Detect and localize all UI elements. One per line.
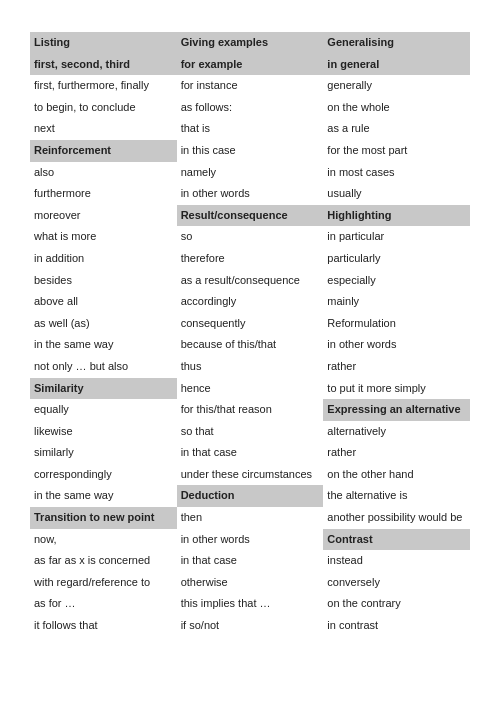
- cell-r21-c2: another possibility would be: [323, 507, 470, 529]
- cell-r19-c1: under these circumstances: [177, 464, 324, 486]
- cell-r7-c0: moreover: [30, 205, 177, 227]
- cell-r17-c0: likewise: [30, 421, 177, 443]
- cell-r5-c2: in most cases: [323, 162, 470, 184]
- cell-r6-c1: in other words: [177, 183, 324, 205]
- cell-r19-c2: on the other hand: [323, 464, 470, 486]
- page: ListingGiving examplesGeneralisingfirst,…: [0, 0, 500, 657]
- cell-r0-c0: first, second, third: [30, 54, 177, 76]
- cell-r12-c0: as well (as): [30, 313, 177, 335]
- cell-r12-c2: Reformulation: [323, 313, 470, 335]
- cell-r8-c2: in particular: [323, 226, 470, 248]
- cell-r10-c2: especially: [323, 270, 470, 292]
- cell-r23-c2: instead: [323, 550, 470, 572]
- cell-r0-c1: for example: [177, 54, 324, 76]
- col-header-0: Listing: [30, 32, 177, 54]
- cell-r10-c1: as a result/consequence: [177, 270, 324, 292]
- cell-r24-c1: otherwise: [177, 572, 324, 594]
- cell-r20-c0: in the same way: [30, 485, 177, 507]
- cell-r4-c2: for the most part: [323, 140, 470, 162]
- cell-r24-c0: with regard/reference to: [30, 572, 177, 594]
- cell-r2-c0: to begin, to conclude: [30, 97, 177, 119]
- cell-r9-c2: particularly: [323, 248, 470, 270]
- cell-r16-c1: for this/that reason: [177, 399, 324, 421]
- cell-r7-c2: Highlighting: [323, 205, 470, 227]
- cell-r8-c1: so: [177, 226, 324, 248]
- cell-r7-c1: Result/consequence: [177, 205, 324, 227]
- cell-r1-c2: generally: [323, 75, 470, 97]
- cell-r3-c1: that is: [177, 118, 324, 140]
- cell-r14-c0: not only … but also: [30, 356, 177, 378]
- cell-r1-c1: for instance: [177, 75, 324, 97]
- cell-r6-c0: furthermore: [30, 183, 177, 205]
- cell-r18-c2: rather: [323, 442, 470, 464]
- cell-r26-c0: it follows that: [30, 615, 177, 637]
- cell-r13-c0: in the same way: [30, 334, 177, 356]
- cell-r4-c0: Reinforcement: [30, 140, 177, 162]
- cell-r11-c2: mainly: [323, 291, 470, 313]
- cell-r9-c1: therefore: [177, 248, 324, 270]
- cell-r2-c2: on the whole: [323, 97, 470, 119]
- cell-r4-c1: in this case: [177, 140, 324, 162]
- cell-r13-c1: because of this/that: [177, 334, 324, 356]
- cell-r20-c2: the alternative is: [323, 485, 470, 507]
- cell-r15-c2: to put it more simply: [323, 378, 470, 400]
- cell-r15-c1: hence: [177, 378, 324, 400]
- cell-r23-c1: in that case: [177, 550, 324, 572]
- cell-r17-c2: alternatively: [323, 421, 470, 443]
- cell-r22-c1: in other words: [177, 529, 324, 551]
- cell-r21-c0: Transition to new point: [30, 507, 177, 529]
- cell-r24-c2: conversely: [323, 572, 470, 594]
- cell-r26-c2: in contrast: [323, 615, 470, 637]
- cell-r11-c0: above all: [30, 291, 177, 313]
- cell-r19-c0: correspondingly: [30, 464, 177, 486]
- col-header-1: Giving examples: [177, 32, 324, 54]
- cell-r18-c1: in that case: [177, 442, 324, 464]
- cell-r13-c2: in other words: [323, 334, 470, 356]
- cell-r11-c1: accordingly: [177, 291, 324, 313]
- cell-r25-c0: as for …: [30, 593, 177, 615]
- cell-r1-c0: first, furthermore, finally: [30, 75, 177, 97]
- cell-r8-c0: what is more: [30, 226, 177, 248]
- cell-r14-c1: thus: [177, 356, 324, 378]
- cell-r14-c2: rather: [323, 356, 470, 378]
- cell-r3-c0: next: [30, 118, 177, 140]
- cell-r12-c1: consequently: [177, 313, 324, 335]
- cell-r26-c1: if so/not: [177, 615, 324, 637]
- cell-r25-c2: on the contrary: [323, 593, 470, 615]
- cell-r16-c2: Expressing an alternative: [323, 399, 470, 421]
- cell-r3-c2: as a rule: [323, 118, 470, 140]
- cell-r16-c0: equally: [30, 399, 177, 421]
- cell-r23-c0: as far as x is concerned: [30, 550, 177, 572]
- cell-r20-c1: Deduction: [177, 485, 324, 507]
- cell-r22-c0: now,: [30, 529, 177, 551]
- main-grid: ListingGiving examplesGeneralisingfirst,…: [30, 32, 470, 637]
- cell-r17-c1: so that: [177, 421, 324, 443]
- cell-r10-c0: besides: [30, 270, 177, 292]
- cell-r15-c0: Similarity: [30, 378, 177, 400]
- cell-r22-c2: Contrast: [323, 529, 470, 551]
- cell-r18-c0: similarly: [30, 442, 177, 464]
- cell-r6-c2: usually: [323, 183, 470, 205]
- cell-r2-c1: as follows:: [177, 97, 324, 119]
- cell-r25-c1: this implies that …: [177, 593, 324, 615]
- cell-r21-c1: then: [177, 507, 324, 529]
- cell-r9-c0: in addition: [30, 248, 177, 270]
- cell-r5-c0: also: [30, 162, 177, 184]
- cell-r5-c1: namely: [177, 162, 324, 184]
- cell-r0-c2: in general: [323, 54, 470, 76]
- col-header-2: Generalising: [323, 32, 470, 54]
